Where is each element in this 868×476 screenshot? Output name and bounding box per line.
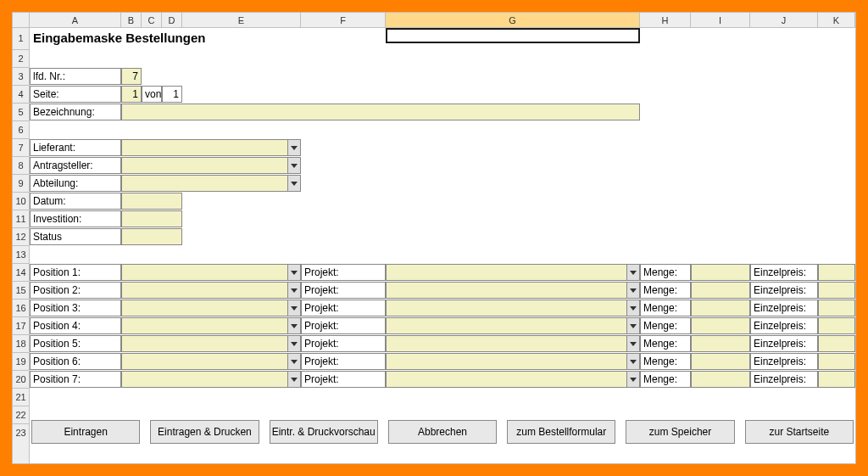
chevron-down-icon[interactable] bbox=[287, 371, 301, 388]
abteilung-dropdown[interactable] bbox=[121, 175, 301, 192]
column-header-J[interactable]: J bbox=[750, 13, 818, 27]
select-all-corner[interactable] bbox=[13, 13, 30, 27]
row-header-8[interactable]: 8 bbox=[13, 157, 29, 175]
projekt-dropdown[interactable] bbox=[386, 335, 640, 352]
projekt-dropdown[interactable] bbox=[386, 317, 640, 334]
position-dropdown[interactable] bbox=[121, 371, 301, 388]
position-row: Position 4:Projekt:Menge:Einzelpreis: bbox=[30, 317, 855, 334]
antragsteller-dropdown[interactable] bbox=[121, 157, 301, 174]
chevron-down-icon[interactable] bbox=[626, 371, 640, 388]
chevron-down-icon[interactable] bbox=[287, 353, 301, 370]
einzelpreis-input[interactable] bbox=[818, 353, 855, 370]
chevron-down-icon[interactable] bbox=[287, 264, 301, 281]
einzelpreis-input[interactable] bbox=[818, 282, 855, 299]
row-header-20[interactable]: 20 bbox=[13, 371, 29, 389]
einzelpreis-label: Einzelpreis: bbox=[750, 371, 818, 388]
chevron-down-icon[interactable] bbox=[287, 282, 301, 299]
chevron-down-icon[interactable] bbox=[287, 300, 301, 316]
row-header-13[interactable]: 13 bbox=[13, 246, 29, 264]
chevron-down-icon[interactable] bbox=[287, 139, 301, 156]
projekt-dropdown[interactable] bbox=[386, 264, 640, 281]
chevron-down-icon[interactable] bbox=[287, 335, 301, 352]
einzelpreis-input[interactable] bbox=[818, 264, 855, 281]
column-header-C[interactable]: C bbox=[142, 13, 162, 27]
eintragen-drucken-button[interactable]: Eintragen & Drucken bbox=[150, 420, 259, 444]
column-header-D[interactable]: D bbox=[162, 13, 182, 27]
bezeichnung-input[interactable] bbox=[121, 104, 640, 120]
row-header-16[interactable]: 16 bbox=[13, 300, 29, 317]
column-header-E[interactable]: E bbox=[182, 13, 301, 27]
eintragen-button[interactable]: Eintragen bbox=[31, 420, 140, 444]
status-input[interactable] bbox=[121, 228, 182, 245]
zum-bestellformular-button[interactable]: zum Bestellformular bbox=[507, 420, 615, 444]
menge-input[interactable] bbox=[691, 317, 750, 334]
einzelpreis-input[interactable] bbox=[818, 317, 855, 334]
worksheet-grid[interactable]: Eingabemaske Bestellungen lfd. Nr.: 7 Se… bbox=[30, 28, 855, 463]
menge-input[interactable] bbox=[691, 371, 750, 388]
position-dropdown[interactable] bbox=[121, 300, 301, 316]
row-header-5[interactable]: 5 bbox=[13, 104, 29, 121]
column-header-F[interactable]: F bbox=[301, 13, 386, 27]
chevron-down-icon[interactable] bbox=[626, 353, 640, 370]
row-header-2[interactable]: 2 bbox=[13, 50, 29, 68]
lfd-value[interactable]: 7 bbox=[121, 68, 142, 85]
einzelpreis-input[interactable] bbox=[818, 300, 855, 316]
row-header-10[interactable]: 10 bbox=[13, 193, 29, 210]
abbrechen-button[interactable]: Abbrechen bbox=[388, 420, 497, 444]
row-header-3[interactable]: 3 bbox=[13, 68, 29, 86]
row-header-1[interactable]: 1 bbox=[13, 28, 29, 50]
row-header-19[interactable]: 19 bbox=[13, 353, 29, 371]
position-dropdown[interactable] bbox=[121, 335, 301, 352]
column-header-G[interactable]: G bbox=[386, 13, 640, 27]
row-header-22[interactable]: 22 bbox=[13, 406, 29, 424]
position-dropdown[interactable] bbox=[121, 353, 301, 370]
row-header-14[interactable]: 14 bbox=[13, 264, 29, 282]
einzelpreis-input[interactable] bbox=[818, 335, 855, 352]
chevron-down-icon[interactable] bbox=[287, 317, 301, 334]
menge-input[interactable] bbox=[691, 264, 750, 281]
datum-input[interactable] bbox=[121, 193, 182, 210]
position-dropdown[interactable] bbox=[121, 282, 301, 299]
row-header-18[interactable]: 18 bbox=[13, 335, 29, 353]
projekt-dropdown[interactable] bbox=[386, 353, 640, 370]
row-header-9[interactable]: 9 bbox=[13, 175, 29, 193]
row-header-11[interactable]: 11 bbox=[13, 210, 29, 228]
investition-input[interactable] bbox=[121, 210, 182, 227]
projekt-dropdown[interactable] bbox=[386, 300, 640, 316]
chevron-down-icon[interactable] bbox=[287, 175, 301, 192]
einzelpreis-input[interactable] bbox=[818, 371, 855, 388]
chevron-down-icon[interactable] bbox=[626, 282, 640, 299]
chevron-down-icon[interactable] bbox=[626, 317, 640, 334]
position-row: Position 7:Projekt:Menge:Einzelpreis: bbox=[30, 371, 855, 388]
row-header-7[interactable]: 7 bbox=[13, 139, 29, 157]
row-header-21[interactable]: 21 bbox=[13, 389, 29, 406]
menge-input[interactable] bbox=[691, 300, 750, 316]
position-dropdown[interactable] bbox=[121, 317, 301, 334]
eintr-druckvorschau-button[interactable]: Eintr. & Druckvorschau bbox=[270, 420, 378, 444]
menge-input[interactable] bbox=[691, 335, 750, 352]
chevron-down-icon[interactable] bbox=[626, 335, 640, 352]
menge-input[interactable] bbox=[691, 353, 750, 370]
column-header-A[interactable]: A bbox=[30, 13, 121, 27]
seite-value[interactable]: 1 bbox=[121, 86, 142, 103]
position-dropdown[interactable] bbox=[121, 264, 301, 281]
row-header-23[interactable]: 23 bbox=[13, 424, 29, 463]
row-header-12[interactable]: 12 bbox=[13, 228, 29, 246]
column-header-I[interactable]: I bbox=[691, 13, 750, 27]
zur-startseite-button[interactable]: zur Startseite bbox=[745, 420, 854, 444]
row-header-15[interactable]: 15 bbox=[13, 282, 29, 300]
row-header-17[interactable]: 17 bbox=[13, 317, 29, 335]
zum-speicher-button[interactable]: zum Speicher bbox=[626, 420, 734, 444]
projekt-dropdown[interactable] bbox=[386, 282, 640, 299]
row-header-6[interactable]: 6 bbox=[13, 121, 29, 139]
menge-input[interactable] bbox=[691, 282, 750, 299]
column-header-B[interactable]: B bbox=[121, 13, 142, 27]
row-header-4[interactable]: 4 bbox=[13, 86, 29, 104]
column-header-H[interactable]: H bbox=[640, 13, 691, 27]
chevron-down-icon[interactable] bbox=[626, 300, 640, 316]
chevron-down-icon[interactable] bbox=[287, 157, 301, 174]
chevron-down-icon[interactable] bbox=[626, 264, 640, 281]
column-header-K[interactable]: K bbox=[818, 13, 855, 27]
lieferant-dropdown[interactable] bbox=[121, 139, 301, 156]
projekt-dropdown[interactable] bbox=[386, 371, 640, 388]
